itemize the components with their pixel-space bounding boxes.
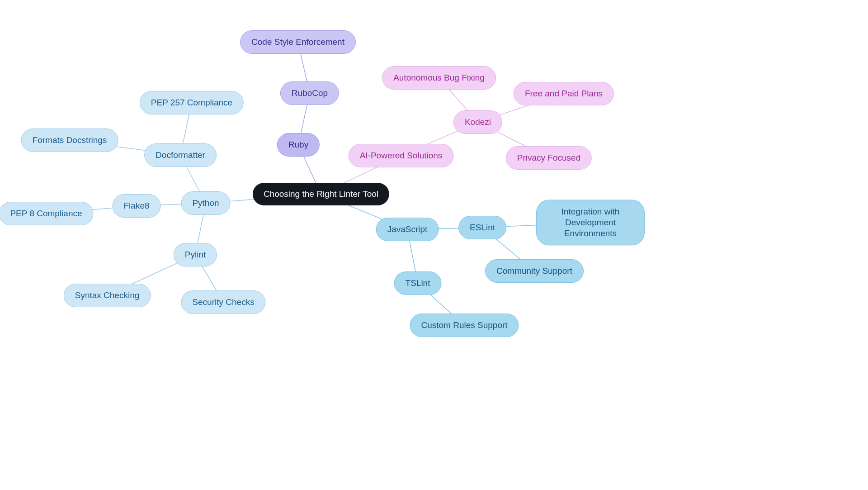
node-tslint: TSLint	[394, 271, 442, 295]
node-flake8: Flake8	[112, 194, 160, 218]
node-code-style: Code Style Enforcement	[240, 30, 356, 54]
node-kodezi: Kodezi	[453, 110, 502, 134]
node-pylint: Pylint	[174, 243, 217, 266]
node-custom-rules: Custom Rules Support	[410, 314, 519, 337]
node-python: Python	[181, 191, 230, 215]
node-rubocop: RuboCop	[280, 81, 339, 105]
node-javascript: JavaScript	[376, 218, 439, 241]
node-ruby: Ruby	[277, 133, 320, 157]
node-privacy: Privacy Focused	[506, 146, 592, 170]
node-community: Community Support	[485, 259, 584, 283]
node-plans: Free and Paid Plans	[514, 82, 614, 105]
node-eslint: ESLint	[458, 216, 506, 239]
node-bug-fixing: Autonomous Bug Fixing	[382, 66, 496, 90]
node-pep257: PEP 257 Compliance	[140, 91, 244, 114]
node-pep8: PEP 8 Compliance	[0, 202, 94, 225]
node-security-checks: Security Checks	[181, 290, 265, 314]
node-formats-docstrings: Formats Docstrings	[21, 128, 118, 152]
node-syntax-checking: Syntax Checking	[64, 284, 151, 307]
node-docformatter: Docformatter	[144, 143, 217, 167]
node-integration: Integration with Development Environment…	[536, 200, 645, 245]
node-ai-solutions: AI-Powered Solutions	[349, 144, 454, 167]
node-root: Choosing the Right Linter Tool	[253, 183, 389, 205]
